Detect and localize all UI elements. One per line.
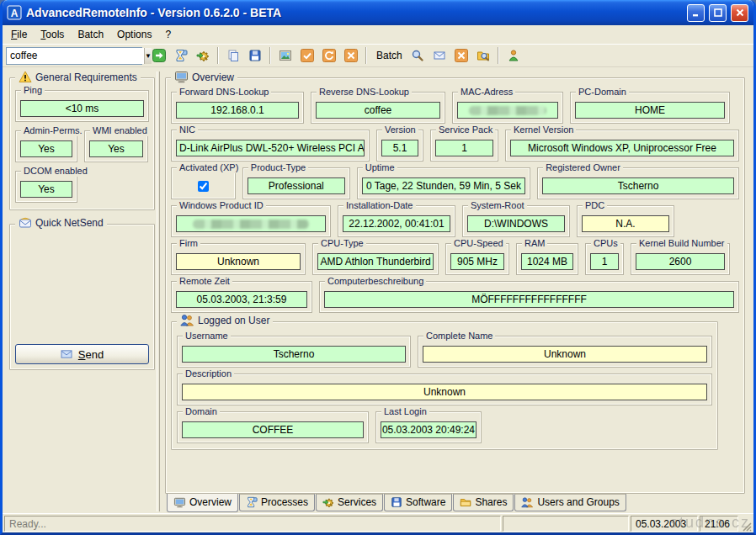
service-pack-field: Service Pack 1 <box>430 130 498 162</box>
execute-button[interactable] <box>149 46 169 65</box>
reverse-dns-label: Reverse DNS-Lookup <box>317 87 412 98</box>
admin-perms-label: Admin-Perms. <box>21 125 85 136</box>
computer-description-label: Computerbeschreibung <box>325 276 426 287</box>
nic-label: NIC <box>177 124 198 135</box>
overview-group: Overview Forward DNS-Lookup 192.168.0.1 … <box>165 77 745 494</box>
activated-xp-field: Activated (XP) <box>171 167 236 199</box>
windows-product-id-label: Windows Product ID <box>177 200 266 211</box>
computer-description-field: Computerbeschreibung MÖFFFFFFFFFFFFFFFF <box>319 281 739 313</box>
menu-batch[interactable]: Batch <box>71 26 110 43</box>
refresh-button[interactable] <box>319 46 339 65</box>
tab-users-and-groups-label: Users and Groups <box>537 496 619 508</box>
firm-label: Firm <box>177 238 200 249</box>
username-label: Username <box>183 331 231 342</box>
status-bar: Ready... 05.03.2003 21:06 studna.cz <box>3 513 753 532</box>
pdc-value: N.A. <box>582 215 669 232</box>
kernel-build-value: 2600 <box>636 253 725 270</box>
last-login-label: Last Login <box>381 406 429 417</box>
copy-button[interactable] <box>223 46 243 65</box>
close-button[interactable] <box>731 4 748 22</box>
service-pack-label: Service Pack <box>436 124 495 135</box>
content-area: General Requirements Ping <10 ms Admin-P… <box>3 67 753 513</box>
host-combobox[interactable]: ▼ <box>6 47 142 65</box>
mac-address-value <box>457 102 558 119</box>
reverse-dns-value: coffee <box>316 102 440 119</box>
batch-netsend-button[interactable] <box>429 46 450 65</box>
menu-file[interactable]: File <box>4 26 34 43</box>
tab-shares-label: Shares <box>475 496 507 508</box>
cpu-speed-value: 905 MHz <box>450 253 504 270</box>
dcom-enabled-field: DCOM enabled Yes <box>15 171 77 203</box>
menu-help[interactable]: ? <box>158 26 178 43</box>
pdc-label: PDC <box>583 200 607 211</box>
title-bar[interactable]: A AdvancedRemoteInfo - Version 0.6.2.0 -… <box>3 0 753 25</box>
folder-icon <box>460 496 471 508</box>
tab-shares[interactable]: Shares <box>453 494 514 511</box>
svg-text:A: A <box>11 8 19 19</box>
logged-on-user-group: Logged on User Username Tscherno Complet… <box>171 321 718 450</box>
save-button[interactable] <box>245 46 265 65</box>
batch-browse-button[interactable] <box>473 46 493 65</box>
tab-users-and-groups[interactable]: Users and Groups <box>514 494 626 511</box>
services-button[interactable] <box>193 46 213 65</box>
minimize-button[interactable] <box>687 4 705 22</box>
domain-value: COFFEE <box>182 421 364 438</box>
tab-software[interactable]: Software <box>384 494 452 511</box>
cpu-speed-label: CPU-Speed <box>451 238 506 249</box>
system-root-value: D:\WINDOWS <box>467 215 565 232</box>
maximize-button[interactable] <box>709 4 727 22</box>
cpu-type-field: CPU-Type AMD Athlon Thunderbird <box>312 243 439 275</box>
remote-time-value: 05.03.2003, 21:3:59 <box>176 291 307 308</box>
ping-field: Ping <10 ms <box>15 90 149 122</box>
processes-button[interactable] <box>171 46 191 65</box>
wmi-enabled-field: WMI enabled Yes <box>84 130 148 162</box>
uptime-value: 0 Tage, 22 Stunden, 59 Min, 5 Sek <box>362 177 525 194</box>
uptime-field: Uptime 0 Tage, 22 Stunden, 59 Min, 5 Sek <box>357 167 530 199</box>
batch-cancel-button[interactable] <box>451 46 471 65</box>
menu-bar: File Tools Batch Options ? <box>3 25 753 45</box>
netsend-icon <box>433 49 446 62</box>
toolbar-separator <box>365 47 367 64</box>
processes-icon <box>174 49 188 62</box>
save-icon <box>248 49 262 62</box>
kernel-version-field: Kernel Version Microsoft Windows XP, Uni… <box>505 130 739 162</box>
cpu-speed-field: CPU-Speed 905 MHz <box>445 243 509 275</box>
netsend-message-input[interactable] <box>15 236 149 344</box>
reverse-dns-field: Reverse DNS-Lookup coffee <box>311 92 445 124</box>
screenshot-icon <box>279 49 292 62</box>
general-requirements-title: General Requirements <box>35 72 137 83</box>
overview-title: Overview <box>192 72 234 83</box>
tab-bar: Overview Processes Services Software Sha… <box>167 494 745 512</box>
username-value: Tscherno <box>182 346 406 363</box>
screenshot-button[interactable] <box>275 46 295 65</box>
pdc-field: PDC N.A. <box>577 205 674 237</box>
dcom-enabled-value: Yes <box>20 181 72 198</box>
batch-search-button[interactable] <box>407 46 428 65</box>
version-field: Version 5.1 <box>376 130 423 162</box>
complete-name-label: Complete Name <box>423 331 495 342</box>
firm-field: Firm Unknown <box>171 243 306 275</box>
host-input[interactable] <box>7 48 144 64</box>
ram-field: RAM 1024 MB <box>516 243 578 275</box>
resize-grip[interactable] <box>740 516 752 532</box>
remote-time-label: Remote Zeit <box>177 276 232 287</box>
registered-owner-value: Tscherno <box>542 177 734 194</box>
system-root-field: System-Root D:\WINDOWS <box>462 205 570 237</box>
activated-xp-checkbox[interactable] <box>198 181 209 192</box>
status-time: 21:06 <box>700 516 738 532</box>
tab-services[interactable]: Services <box>316 494 383 511</box>
tab-processes[interactable]: Processes <box>239 494 315 511</box>
tab-services-label: Services <box>338 496 376 508</box>
confirm-button[interactable] <box>297 46 317 65</box>
cancel-icon <box>344 49 358 62</box>
installation-date-label: Installation-Date <box>343 200 416 211</box>
tab-processes-label: Processes <box>261 496 308 508</box>
send-button[interactable]: Send <box>15 344 149 364</box>
menu-options[interactable]: Options <box>110 26 158 43</box>
cancel-button[interactable] <box>341 46 361 65</box>
menu-tools[interactable]: Tools <box>34 26 71 43</box>
tab-overview[interactable]: Overview <box>167 493 238 512</box>
search-icon <box>411 49 424 62</box>
app-icon: A <box>7 5 22 20</box>
user-button[interactable] <box>503 46 524 65</box>
